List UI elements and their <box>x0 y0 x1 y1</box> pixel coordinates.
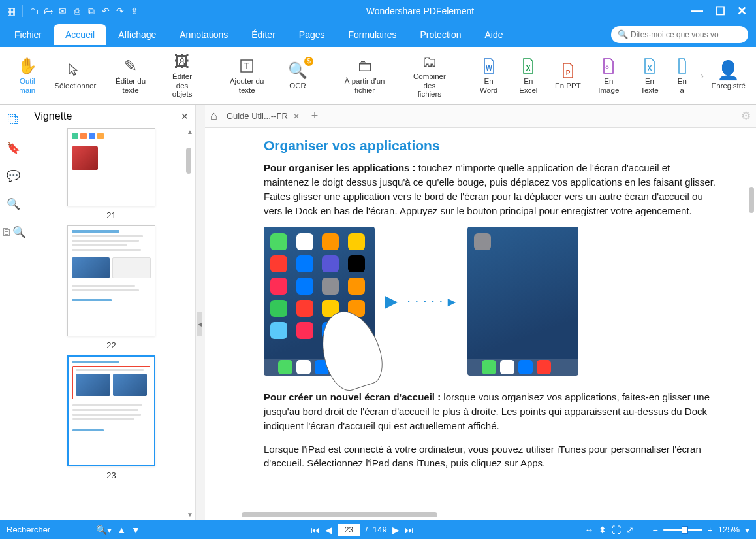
settings-gear-icon[interactable]: ⚙ <box>741 109 751 123</box>
menu-affichage[interactable]: Affichage <box>106 24 168 45</box>
menu-accueil[interactable]: Accueil <box>54 24 106 45</box>
zoom-slider-knob[interactable] <box>682 526 688 534</box>
actual-size-icon[interactable]: ⛶ <box>612 525 621 535</box>
from-file-button[interactable]: 🗀 À partir d'un fichier <box>328 54 401 98</box>
last-page-icon[interactable]: ⏭ <box>405 525 414 535</box>
ipad-illustration: ▶ · · · · · ▶ <box>264 227 717 376</box>
ipad-left <box>264 227 375 376</box>
hscroll-thumb[interactable] <box>242 512 437 517</box>
ribbon-overflow-button[interactable]: › <box>701 71 704 81</box>
screenshot-icon[interactable]: ⧉ <box>86 5 97 17</box>
mail-icon[interactable]: ✉ <box>57 5 69 17</box>
fullscreen-icon[interactable]: ⤢ <box>626 525 634 535</box>
comment-tab-icon[interactable]: 💬 <box>7 169 20 183</box>
ppt-icon: P <box>561 61 575 80</box>
open-icon[interactable]: 🗀 <box>28 5 40 17</box>
sidebar-resize-handle[interactable]: ◀ <box>196 105 205 520</box>
sidebar-close-button[interactable]: ✕ <box>181 111 189 122</box>
first-page-icon[interactable]: ⏮ <box>311 525 320 535</box>
menu-editer[interactable]: Éditer <box>240 24 287 45</box>
arrow-right-icon: ▶ <box>385 290 397 313</box>
zoom-dropdown-icon[interactable]: ▾ <box>745 525 749 535</box>
zoom-in-button[interactable]: + <box>708 525 713 535</box>
print-icon[interactable]: ⎙ <box>71 5 83 17</box>
minimize-button[interactable]: — <box>691 4 703 18</box>
file-tab[interactable]: Guide Util...--FR ✕ <box>223 108 304 123</box>
svg-text:P: P <box>566 69 571 76</box>
to-word-button[interactable]: W En Word <box>469 54 509 98</box>
edit-objects-button[interactable]: 🖼 Éditer des objets <box>160 49 204 102</box>
add-text-button[interactable]: T Ajouter du texte <box>215 54 278 98</box>
to-more-button[interactable]: En a <box>669 54 695 98</box>
app-title: Wondershare PDFelement <box>149 6 691 16</box>
page-vertical-scrollbar[interactable] <box>746 128 756 520</box>
tool-select-button[interactable]: Sélectionner <box>50 58 102 93</box>
undo-icon[interactable]: ↶ <box>100 5 112 17</box>
thumb-label: 23 <box>106 470 116 480</box>
status-search-label[interactable]: Rechercher <box>7 525 50 534</box>
fit-width-icon[interactable]: ↔ <box>584 525 593 535</box>
status-search-icon[interactable]: 🔍▾ <box>96 525 112 535</box>
thumbnails-tab-icon[interactable]: ⿻ <box>8 114 19 127</box>
share-icon[interactable]: ⇪ <box>129 5 140 17</box>
page-view[interactable]: Organiser vos applications Pour organise… <box>205 128 756 520</box>
thumbnail-21[interactable]: 21 <box>66 128 157 220</box>
to-excel-button[interactable]: X En Excel <box>509 54 548 98</box>
tool-label: À partir d'un fichier <box>334 77 396 95</box>
thumbnail-23[interactable]: 23 <box>66 355 157 480</box>
help-search[interactable]: 🔍 <box>611 26 748 43</box>
search-file-tab-icon[interactable]: 🗎🔍 <box>1 225 26 239</box>
page-sep: / <box>365 525 368 534</box>
ribbon: ✋ Outil main Sélectionner ✎ Éditer du te… <box>0 47 756 105</box>
status-prev-result-icon[interactable]: ▲ <box>117 525 126 535</box>
account-button[interactable]: 👤 Enregistré <box>706 58 751 93</box>
scroll-down-icon[interactable]: ▼ <box>186 511 194 519</box>
home-tab-icon[interactable]: ⌂ <box>210 109 217 123</box>
add-tab-button[interactable]: + <box>311 109 319 123</box>
tool-label: En Word <box>475 77 503 95</box>
tool-label: Éditer des objets <box>165 73 199 99</box>
add-text-icon: T <box>239 56 255 76</box>
close-button[interactable]: ✕ <box>737 4 747 18</box>
ocr-button[interactable]: $ 🔍 OCR <box>278 58 317 93</box>
edit-text-button[interactable]: ✎ Éditer du texte <box>101 54 160 98</box>
collapse-handle-icon[interactable]: ◀ <box>197 312 202 336</box>
redo-icon[interactable]: ↷ <box>114 5 126 17</box>
tab-close-icon[interactable]: ✕ <box>293 112 300 121</box>
to-ppt-button[interactable]: P En PPT <box>548 58 588 93</box>
tool-label: Éditer du texte <box>106 77 155 95</box>
scroll-thumb[interactable] <box>186 148 191 174</box>
title-bar: ▦ 🗀 🗁 ✉ ⎙ ⧉ ↶ ↷ ⇪ Wondershare PDFelement… <box>0 0 756 22</box>
folder-icon[interactable]: 🗁 <box>42 5 54 17</box>
zoom-out-button[interactable]: − <box>652 525 657 535</box>
scroll-up-icon[interactable]: ▲ <box>186 128 194 136</box>
menu-bar: Fichier Accueil Affichage Annotations Éd… <box>0 22 756 47</box>
menu-pages[interactable]: Pages <box>287 24 337 45</box>
to-text-button[interactable]: X En Texte <box>630 54 669 98</box>
thumbnail-22[interactable]: 22 <box>66 225 157 350</box>
tool-hand-button[interactable]: ✋ Outil main <box>5 54 50 98</box>
zoom-slider[interactable] <box>663 529 702 531</box>
menu-aide[interactable]: Aide <box>473 24 514 45</box>
menu-protection[interactable]: Protection <box>408 24 473 45</box>
current-page-input[interactable] <box>338 524 360 536</box>
next-page-icon[interactable]: ▶ <box>392 525 400 535</box>
document-tabs: ⌂ Guide Util...--FR ✕ + ⚙ <box>205 105 756 128</box>
menu-annotations[interactable]: Annotations <box>168 24 240 45</box>
combine-files-button[interactable]: 🗂 Combiner des fichiers <box>401 49 458 102</box>
to-image-button[interactable]: En Image <box>588 54 630 98</box>
fit-page-icon[interactable]: ⬍ <box>599 525 606 535</box>
maximize-button[interactable]: ☐ <box>715 4 725 18</box>
prev-page-icon[interactable]: ◀ <box>325 525 332 535</box>
vscroll-thumb[interactable] <box>749 187 754 213</box>
help-search-input[interactable] <box>611 26 748 43</box>
svg-text:X: X <box>648 65 652 72</box>
status-next-result-icon[interactable]: ▼ <box>131 525 140 535</box>
page-horizontal-scrollbar[interactable] <box>215 512 746 519</box>
menu-fichier[interactable]: Fichier <box>3 24 54 45</box>
menu-formulaires[interactable]: Formulaires <box>337 24 409 45</box>
text-icon: X <box>642 56 657 76</box>
sidebar-scrollbar[interactable]: ▲ ▼ <box>186 128 194 519</box>
search-tab-icon[interactable]: 🔍 <box>7 197 20 211</box>
bookmark-tab-icon[interactable]: 🔖 <box>7 141 20 155</box>
